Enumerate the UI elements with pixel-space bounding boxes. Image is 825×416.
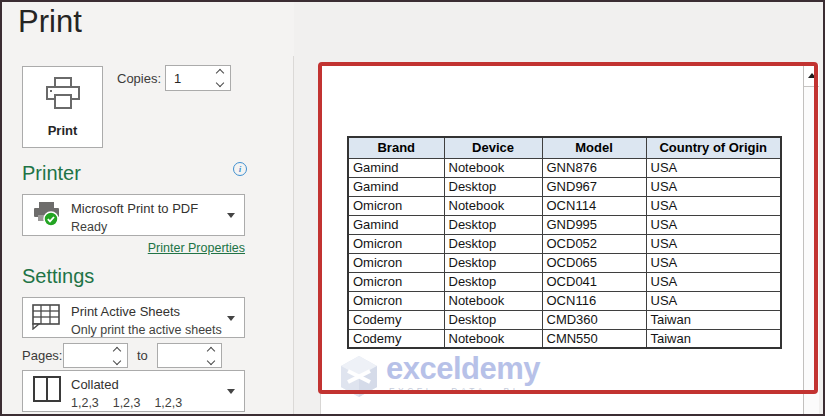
table-cell: Omicron bbox=[348, 196, 444, 215]
table-cell: Omicron bbox=[348, 291, 444, 310]
table-cell: Notebook bbox=[444, 158, 542, 177]
worksheet-icon bbox=[31, 302, 61, 334]
printer-properties-link[interactable]: Printer Properties bbox=[22, 241, 245, 255]
table-cell: CMN550 bbox=[542, 329, 646, 348]
table-cell: Notebook bbox=[444, 291, 542, 310]
pane-divider bbox=[293, 56, 294, 414]
preview-table-body: GamindNotebookGNN876USAGamindDesktopGND9… bbox=[348, 158, 781, 348]
table-cell: Desktop bbox=[444, 177, 542, 196]
table-cell: Codemy bbox=[348, 310, 444, 329]
table-cell: OCD052 bbox=[542, 234, 646, 253]
table-cell: USA bbox=[646, 158, 781, 177]
up-down-chevrons-icon[interactable] bbox=[217, 66, 223, 90]
table-row: GamindNotebookGNN876USA bbox=[348, 158, 781, 177]
collation-description: 1,2,3 1,2,3 1,2,3 bbox=[71, 396, 182, 410]
table-header-cell: Brand bbox=[348, 137, 444, 158]
pages-to-stepper[interactable] bbox=[157, 343, 222, 368]
table-cell: Desktop bbox=[444, 310, 542, 329]
table-cell: USA bbox=[646, 215, 781, 234]
exceldemy-cube-logo bbox=[338, 354, 380, 404]
table-cell: USA bbox=[646, 253, 781, 272]
pages-label: Pages: bbox=[22, 348, 62, 363]
table-cell: Desktop bbox=[444, 272, 542, 291]
up-down-chevrons-icon[interactable] bbox=[114, 344, 120, 367]
printer-section-heading: Printer bbox=[22, 162, 81, 185]
table-cell: CMD360 bbox=[542, 310, 646, 329]
triangle-up-icon bbox=[808, 73, 816, 78]
table-cell: OCN114 bbox=[542, 196, 646, 215]
table-cell: Omicron bbox=[348, 253, 444, 272]
preview-scrollbar[interactable] bbox=[803, 64, 819, 414]
table-cell: Taiwan bbox=[646, 329, 781, 348]
table-cell: Omicron bbox=[348, 272, 444, 291]
preview-table: BrandDeviceModelCountry of Origin Gamind… bbox=[347, 136, 782, 349]
table-cell: Codemy bbox=[348, 329, 444, 348]
watermark-brand: exceldemy bbox=[386, 354, 540, 384]
table-header-cell: Device bbox=[444, 137, 542, 158]
print-what-label: Print Active Sheets bbox=[71, 304, 180, 319]
printer-select-dropdown[interactable]: Microsoft Print to PDF Ready bbox=[22, 194, 245, 236]
table-cell: OCN116 bbox=[542, 291, 646, 310]
printer-status: Ready bbox=[71, 220, 107, 234]
table-cell: USA bbox=[646, 272, 781, 291]
table-row: OmicronNotebookOCN116USA bbox=[348, 291, 781, 310]
table-cell: Desktop bbox=[444, 215, 542, 234]
table-cell: Gamind bbox=[348, 215, 444, 234]
table-cell: GND967 bbox=[542, 177, 646, 196]
collated-pages-icon bbox=[31, 375, 63, 407]
selected-printer-name: Microsoft Print to PDF bbox=[71, 201, 198, 216]
table-cell: GNN876 bbox=[542, 158, 646, 177]
print-button[interactable]: Print bbox=[22, 66, 103, 148]
caret-down-icon bbox=[227, 213, 235, 218]
copies-stepper[interactable]: 1 bbox=[165, 65, 231, 91]
table-cell: Taiwan bbox=[646, 310, 781, 329]
copies-label: Copies: bbox=[117, 71, 161, 86]
caret-down-icon bbox=[227, 389, 235, 394]
table-cell: Desktop bbox=[444, 253, 542, 272]
pages-from-stepper[interactable] bbox=[63, 343, 128, 368]
watermark: exceldemy EXCEL · DATA · BI bbox=[338, 354, 540, 404]
scrollbar-up-button[interactable] bbox=[804, 64, 819, 87]
table-cell: OCD065 bbox=[542, 253, 646, 272]
page-title: Print bbox=[18, 4, 82, 40]
table-cell: USA bbox=[646, 291, 781, 310]
table-header-cell: Country of Origin bbox=[646, 137, 781, 158]
table-cell: USA bbox=[646, 177, 781, 196]
printer-icon bbox=[44, 76, 82, 116]
table-cell: Omicron bbox=[348, 234, 444, 253]
table-cell: Gamind bbox=[348, 158, 444, 177]
print-button-label: Print bbox=[48, 123, 78, 138]
table-cell: OCD041 bbox=[542, 272, 646, 291]
collation-label: Collated bbox=[71, 377, 119, 392]
table-row: OmicronDesktopOCD052USA bbox=[348, 234, 781, 253]
table-row: GamindDesktopGND995USA bbox=[348, 215, 781, 234]
print-what-dropdown[interactable]: Print Active Sheets Only print the activ… bbox=[22, 297, 245, 338]
pages-to-label: to bbox=[137, 348, 148, 363]
table-cell: GND995 bbox=[542, 215, 646, 234]
copies-value: 1 bbox=[174, 71, 181, 86]
table-row: GamindDesktopGND967USA bbox=[348, 177, 781, 196]
table-header-row: BrandDeviceModelCountry of Origin bbox=[348, 137, 781, 158]
table-header-cell: Model bbox=[542, 137, 646, 158]
table-row: OmicronDesktopOCD041USA bbox=[348, 272, 781, 291]
preview-table-header: BrandDeviceModelCountry of Origin bbox=[348, 137, 781, 158]
table-cell: USA bbox=[646, 196, 781, 215]
table-cell: Notebook bbox=[444, 196, 542, 215]
table-row: CodemyNotebookCMN550Taiwan bbox=[348, 329, 781, 348]
table-row: OmicronNotebookOCN114USA bbox=[348, 196, 781, 215]
collation-dropdown[interactable]: Collated 1,2,3 1,2,3 1,2,3 bbox=[22, 370, 245, 412]
watermark-tagline: EXCEL · DATA · BI bbox=[386, 386, 540, 396]
printer-with-green-check-icon bbox=[31, 199, 63, 231]
info-circle-icon[interactable] bbox=[233, 162, 247, 176]
up-down-chevrons-icon[interactable] bbox=[208, 344, 214, 367]
table-cell: USA bbox=[646, 234, 781, 253]
settings-section-heading: Settings bbox=[22, 265, 94, 288]
table-row: CodemyDesktopCMD360Taiwan bbox=[348, 310, 781, 329]
table-cell: Desktop bbox=[444, 234, 542, 253]
caret-down-icon bbox=[227, 316, 235, 321]
table-cell: Gamind bbox=[348, 177, 444, 196]
table-cell: Notebook bbox=[444, 329, 542, 348]
table-row: OmicronDesktopOCD065USA bbox=[348, 253, 781, 272]
print-what-description: Only print the active sheets bbox=[71, 323, 222, 337]
